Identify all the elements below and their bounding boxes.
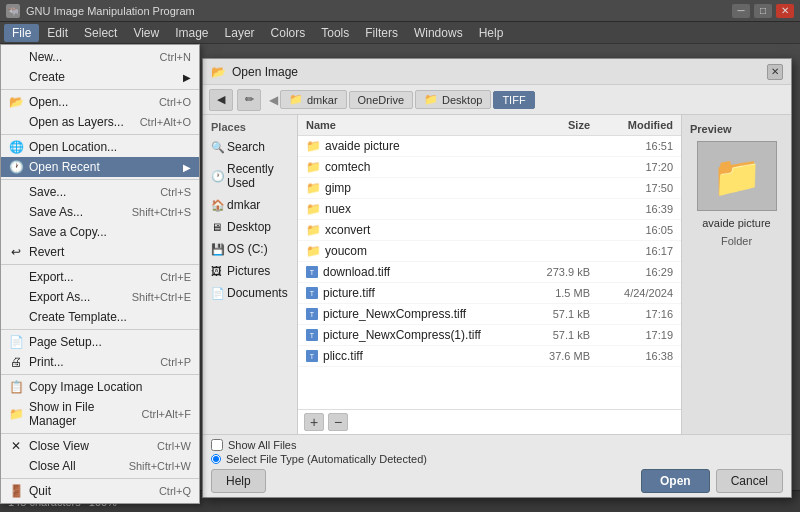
- menu-print[interactable]: 🖨Print... Ctrl+P: [1, 352, 199, 372]
- menu-save[interactable]: Save... Ctrl+S: [1, 182, 199, 202]
- places-os-c[interactable]: 💾 OS (C:): [203, 238, 297, 260]
- breadcrumb-dmkar[interactable]: 📁 dmkar: [280, 90, 347, 109]
- dialog-title-bar: 📂 Open Image ✕: [203, 59, 791, 85]
- sep7: [1, 433, 199, 434]
- desktop-icon: 🖥: [211, 221, 223, 233]
- breadcrumb-bar: ◀ 📁 dmkar OneDrive 📁 Desktop TIFF: [269, 90, 785, 109]
- cancel-button[interactable]: Cancel: [716, 469, 783, 493]
- menu-export[interactable]: Export... Ctrl+E: [1, 267, 199, 287]
- show-all-files-label: Show All Files: [228, 439, 296, 451]
- gimp-window: 🐃 GNU Image Manipulation Program ─ □ ✕ F…: [0, 0, 800, 512]
- menu-edit[interactable]: Edit: [39, 24, 76, 42]
- dialog-toolbar: ◀ ✏ ◀ 📁 dmkar OneDrive 📁 Desktop TIFF: [203, 85, 791, 115]
- close-button[interactable]: ✕: [776, 4, 794, 18]
- file-row-avaide[interactable]: 📁avaide picture 16:51: [298, 136, 681, 157]
- pictures-icon: 🖼: [211, 265, 223, 277]
- file-row-nuex[interactable]: 📁nuex 16:39: [298, 199, 681, 220]
- menu-open-recent[interactable]: 🕐Open Recent ▶: [1, 157, 199, 177]
- menu-create-template[interactable]: Create Template...: [1, 307, 199, 327]
- drive-icon: 💾: [211, 243, 223, 256]
- menu-revert[interactable]: ↩Revert: [1, 242, 199, 262]
- menu-bar: File Edit Select View Image Layer Colors…: [0, 22, 800, 44]
- sep5: [1, 329, 199, 330]
- tiff-icon-download: T: [306, 266, 318, 278]
- action-buttons: Open Cancel: [641, 469, 783, 493]
- file-row-comtech[interactable]: 📁comtech 17:20: [298, 157, 681, 178]
- menu-page-setup[interactable]: 📄Page Setup...: [1, 332, 199, 352]
- open-icon: 📂: [9, 95, 23, 109]
- menu-quit[interactable]: 🚪Quit Ctrl+Q: [1, 481, 199, 501]
- folder-icon-youcom: 📁: [306, 244, 320, 258]
- menu-tools[interactable]: Tools: [313, 24, 357, 42]
- places-dmkar[interactable]: 🏠 dmkar: [203, 194, 297, 216]
- title-bar-controls: ─ □ ✕: [732, 4, 794, 18]
- breadcrumb-tiff[interactable]: TIFF: [493, 91, 534, 109]
- add-place-button[interactable]: +: [304, 413, 324, 431]
- folder-icon: 📁: [289, 93, 303, 106]
- menu-export-as[interactable]: Export As... Shift+Ctrl+E: [1, 287, 199, 307]
- file-row-download-tiff[interactable]: T download.tiff 273.9 kB 16:29: [298, 262, 681, 283]
- menu-select[interactable]: Select: [76, 24, 125, 42]
- places-desktop[interactable]: 🖥 Desktop: [203, 216, 297, 238]
- show-all-files-checkbox[interactable]: [211, 439, 223, 451]
- dialog-title: Open Image: [232, 65, 298, 79]
- menu-colors[interactable]: Colors: [263, 24, 314, 42]
- places-pictures[interactable]: 🖼 Pictures: [203, 260, 297, 282]
- preview-thumbnail: 📁: [697, 141, 777, 211]
- minimize-button[interactable]: ─: [732, 4, 750, 18]
- page-setup-icon: 📄: [9, 335, 23, 349]
- menu-create[interactable]: Create ▶: [1, 67, 199, 87]
- menu-open-layers[interactable]: Open as Layers... Ctrl+Alt+O: [1, 112, 199, 132]
- menu-new[interactable]: New... Ctrl+N: [1, 47, 199, 67]
- tiff-icon-newx1: T: [306, 329, 318, 341]
- menu-open[interactable]: 📂Open... Ctrl+O: [1, 92, 199, 112]
- breadcrumb-sep-0: ◀: [269, 93, 278, 107]
- help-button[interactable]: Help: [211, 469, 266, 493]
- show-all-files-option: Show All Files: [211, 439, 783, 451]
- places-documents[interactable]: 📄 Documents: [203, 282, 297, 304]
- menu-copy-location[interactable]: 📋Copy Image Location: [1, 377, 199, 397]
- tiff-icon-picture: T: [306, 287, 318, 299]
- maximize-button[interactable]: □: [754, 4, 772, 18]
- file-row-picture-newx[interactable]: T picture_NewxCompress.tiff 57.1 kB 17:1…: [298, 304, 681, 325]
- select-file-type-radio[interactable]: [211, 454, 221, 464]
- file-row-xconvert[interactable]: 📁xconvert 16:05: [298, 220, 681, 241]
- back-button[interactable]: ◀: [209, 89, 233, 111]
- folder-icon-avaide: 📁: [306, 139, 320, 153]
- menu-open-location[interactable]: 🌐Open Location...: [1, 137, 199, 157]
- places-recently-used[interactable]: 🕐 Recently Used: [203, 158, 297, 194]
- edit-path-button[interactable]: ✏: [237, 89, 261, 111]
- menu-help[interactable]: Help: [471, 24, 512, 42]
- menu-save-as[interactable]: Save As... Shift+Ctrl+S: [1, 202, 199, 222]
- col-name-header: Name: [306, 119, 528, 131]
- menu-show-file-manager[interactable]: 📁Show in File Manager Ctrl+Alt+F: [1, 397, 199, 431]
- recently-used-icon: 🕐: [211, 170, 223, 183]
- menu-view[interactable]: View: [125, 24, 167, 42]
- menu-filters[interactable]: Filters: [357, 24, 406, 42]
- menu-close-view[interactable]: ✕Close View Ctrl+W: [1, 436, 199, 456]
- menu-file[interactable]: File: [4, 24, 39, 42]
- dialog-file-icon: 📂: [211, 65, 226, 79]
- menu-close-all[interactable]: Close All Shift+Ctrl+W: [1, 456, 199, 476]
- breadcrumb-onedrive[interactable]: OneDrive: [349, 91, 413, 109]
- dialog-close-button[interactable]: ✕: [767, 64, 783, 80]
- file-row-youcom[interactable]: 📁youcom 16:17: [298, 241, 681, 262]
- title-bar: 🐃 GNU Image Manipulation Program ─ □ ✕: [0, 0, 800, 22]
- sep2: [1, 134, 199, 135]
- places-search[interactable]: 🔍 Search: [203, 136, 297, 158]
- file-row-plicc[interactable]: T plicc.tiff 37.6 MB 16:38: [298, 346, 681, 367]
- open-button[interactable]: Open: [641, 469, 710, 493]
- title-bar-left: 🐃 GNU Image Manipulation Program: [6, 4, 195, 18]
- breadcrumb-desktop[interactable]: 📁 Desktop: [415, 90, 491, 109]
- menu-layer[interactable]: Layer: [217, 24, 263, 42]
- remove-place-button[interactable]: −: [328, 413, 348, 431]
- menu-save-copy[interactable]: Save a Copy...: [1, 222, 199, 242]
- file-panel-bottom: + −: [298, 409, 681, 434]
- file-row-picture-tiff[interactable]: T picture.tiff 1.5 MB 4/24/2024: [298, 283, 681, 304]
- menu-windows[interactable]: Windows: [406, 24, 471, 42]
- print-icon: 🖨: [9, 355, 23, 369]
- menu-image[interactable]: Image: [167, 24, 216, 42]
- file-row-gimp[interactable]: 📁gimp 17:50: [298, 178, 681, 199]
- sep1: [1, 89, 199, 90]
- file-row-picture-newx1[interactable]: T picture_NewxCompress(1).tiff 57.1 kB 1…: [298, 325, 681, 346]
